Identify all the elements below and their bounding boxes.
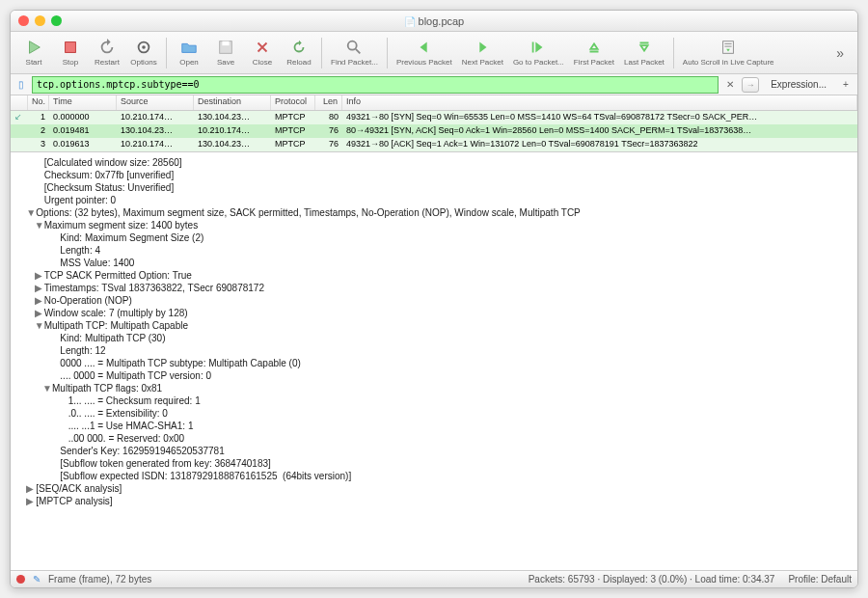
detail-line[interactable]: Kind: Multipath TCP (30) — [18, 332, 850, 344]
svg-rect-1 — [66, 42, 76, 53]
next-packet-button[interactable]: Next Packet — [458, 37, 507, 68]
packet-row[interactable]: 20.019481130.104.23…10.210.174…MPTCP7680… — [11, 124, 857, 138]
packet-row[interactable]: 30.01961310.210.174…130.104.23…MPTCP7649… — [11, 138, 857, 151]
first-packet-button[interactable]: First Packet — [570, 37, 618, 68]
col-no[interactable]: No. — [28, 95, 49, 110]
packet-list-header: No. Time Source Destination Protocol Len… — [11, 95, 857, 111]
svg-marker-0 — [30, 41, 41, 54]
filter-apply-button[interactable]: → — [742, 77, 759, 93]
expert-info-icon[interactable] — [16, 575, 25, 584]
detail-line[interactable]: [Calculated window size: 28560] — [18, 156, 850, 169]
svg-marker-19 — [726, 49, 730, 52]
detail-line[interactable]: .0.. .... = Extensibility: 0 — [18, 407, 850, 420]
goto-packet-button[interactable]: Go to Packet... — [509, 37, 568, 68]
add-filter-button[interactable]: + — [838, 79, 854, 90]
close-button[interactable]: Close — [245, 37, 280, 68]
detail-line[interactable]: .... ...1 = Use HMAC-SHA1: 1 — [18, 420, 850, 432]
status-frame: Frame (frame), 72 bytes — [48, 574, 151, 584]
bookmark-icon[interactable]: ▯ — [14, 78, 28, 92]
col-length[interactable]: Len — [315, 95, 342, 110]
detail-line[interactable]: Length: 12 — [18, 344, 850, 357]
col-destination[interactable]: Destination — [194, 95, 271, 110]
window-controls — [18, 15, 62, 26]
options-button[interactable]: Options — [126, 37, 161, 68]
svg-line-7 — [356, 49, 361, 54]
status-bar: ✎ Frame (frame), 72 bytes Packets: 65793… — [11, 570, 857, 587]
packet-list: No. Time Source Destination Protocol Len… — [11, 95, 857, 152]
detail-line[interactable]: ▼Multipath TCP flags: 0x81 — [18, 382, 850, 394]
open-button[interactable]: Open — [172, 37, 206, 68]
col-source[interactable]: Source — [117, 95, 194, 110]
detail-line[interactable]: Urgent pointer: 0 — [18, 194, 850, 206]
minimize-window-button[interactable] — [35, 15, 45, 26]
detail-line[interactable]: [Subflow token generated from key: 36847… — [18, 457, 850, 470]
edit-icon[interactable]: ✎ — [33, 574, 41, 584]
start-button[interactable]: Start — [16, 37, 51, 68]
expression-button[interactable]: Expression... — [763, 77, 834, 92]
stop-button[interactable]: Stop — [53, 37, 88, 68]
svg-point-6 — [348, 41, 357, 50]
window-title: blog.pcap — [404, 15, 465, 27]
detail-line[interactable]: .... 0000 = Multipath TCP version: 0 — [18, 369, 850, 382]
titlebar: blog.pcap — [11, 11, 857, 32]
detail-line[interactable]: Kind: Maximum Segment Size (2) — [18, 231, 850, 244]
svg-marker-14 — [640, 45, 647, 50]
svg-point-3 — [142, 45, 146, 49]
col-info[interactable]: Info — [342, 95, 857, 110]
packet-details[interactable]: [Calculated window size: 28560] Checksum… — [11, 152, 857, 570]
detail-line[interactable]: Length: 4 — [18, 244, 850, 257]
autoscroll-button[interactable]: Auto Scroll in Live Capture — [679, 37, 778, 68]
detail-line[interactable]: ▶Timestamps: TSval 1837363822, TSecr 690… — [18, 282, 850, 294]
detail-line[interactable]: ▼Options: (32 bytes), Maximum segment si… — [18, 206, 850, 219]
display-filter-input[interactable] — [32, 76, 719, 94]
clear-filter-button[interactable]: ✕ — [722, 79, 738, 90]
detail-line[interactable]: Sender's Key: 1629591946520537781 — [18, 445, 850, 457]
detail-line[interactable]: ▼Maximum segment size: 1400 bytes — [18, 219, 850, 231]
close-window-button[interactable] — [18, 15, 29, 26]
main-toolbar: Start Stop Restart Options Open Save Clo… — [11, 32, 857, 74]
detail-line[interactable]: 0000 .... = Multipath TCP subtype: Multi… — [18, 357, 850, 369]
status-profile[interactable]: Profile: Default — [788, 574, 852, 584]
detail-line[interactable]: ▶[MPTCP analysis] — [18, 495, 850, 507]
detail-line[interactable]: [Subflow expected ISDN: 1318792918887616… — [18, 470, 850, 482]
svg-rect-5 — [222, 41, 229, 46]
save-button[interactable]: Save — [208, 37, 243, 68]
svg-marker-9 — [480, 42, 487, 53]
restart-button[interactable]: Restart — [90, 37, 124, 68]
find-button[interactable]: Find Packet... — [327, 37, 382, 68]
detail-line[interactable]: ▼Multipath TCP: Multipath Capable — [18, 319, 850, 332]
col-time[interactable]: Time — [49, 95, 117, 110]
toolbar-overflow[interactable]: » — [828, 45, 852, 61]
detail-line[interactable]: Checksum: 0x77fb [unverified] — [18, 169, 850, 181]
col-protocol[interactable]: Protocol — [271, 95, 315, 110]
detail-line[interactable]: MSS Value: 1400 — [18, 257, 850, 269]
prev-packet-button[interactable]: Previous Packet — [393, 37, 456, 68]
last-packet-button[interactable]: Last Packet — [620, 37, 668, 68]
svg-marker-12 — [590, 43, 597, 48]
detail-line[interactable]: [Checksum Status: Unverified] — [18, 181, 850, 194]
app-window: blog.pcap Start Stop Restart Options Ope… — [10, 10, 858, 588]
status-packets: Packets: 65793 · Displayed: 3 (0.0%) · L… — [529, 574, 775, 584]
detail-line[interactable]: ▶TCP SACK Permitted Option: True — [18, 269, 850, 282]
detail-line[interactable]: ▶No-Operation (NOP) — [18, 294, 850, 307]
svg-marker-10 — [536, 42, 543, 53]
maximize-window-button[interactable] — [51, 15, 62, 26]
detail-line[interactable]: ..00 000. = Reserved: 0x00 — [18, 432, 850, 445]
packet-row[interactable]: ↙10.00000010.210.174…130.104.23…MPTCP804… — [11, 111, 857, 124]
detail-line[interactable]: 1... .... = Checksum required: 1 — [18, 394, 850, 407]
filter-bar: ▯ ✕ → Expression... + — [11, 74, 857, 95]
detail-line[interactable]: ▶[SEQ/ACK analysis] — [18, 482, 850, 495]
svg-marker-8 — [420, 42, 426, 53]
detail-line[interactable]: ▶Window scale: 7 (multiply by 128) — [18, 307, 850, 319]
reload-button[interactable]: Reload — [282, 37, 316, 68]
